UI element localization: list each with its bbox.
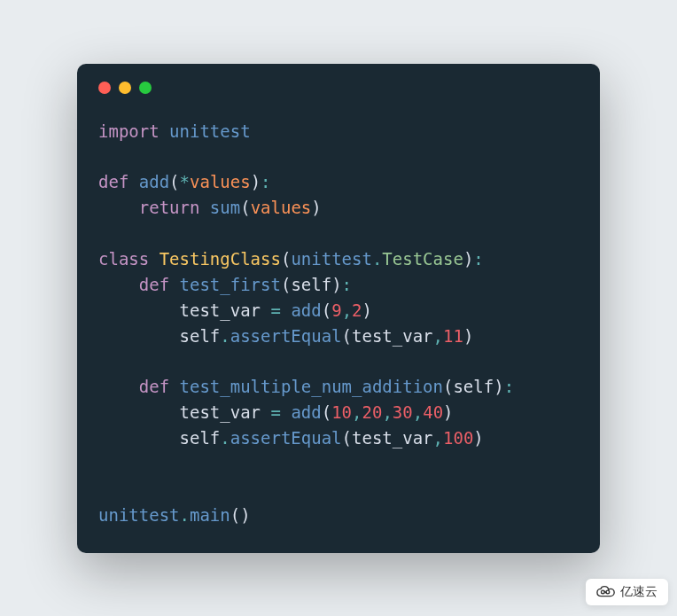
keyword-def: def bbox=[139, 275, 169, 294]
number-literal: 10 bbox=[331, 402, 352, 422]
dot-operator: . bbox=[372, 249, 382, 269]
cloud-icon bbox=[596, 585, 616, 599]
comma: , bbox=[433, 326, 443, 346]
paren: ( bbox=[281, 249, 291, 269]
svg-point-1 bbox=[606, 590, 610, 594]
class-name: TestingClass bbox=[160, 249, 281, 269]
self-param: self bbox=[291, 275, 331, 294]
code-window: import unittest def add(*values): return… bbox=[77, 64, 600, 553]
variable: test_var bbox=[180, 300, 261, 320]
comma: , bbox=[382, 402, 392, 422]
colon: : bbox=[261, 172, 270, 191]
comma: , bbox=[342, 300, 352, 320]
module-ref: unittest bbox=[291, 249, 372, 269]
paren: ) bbox=[362, 300, 372, 320]
variable: test_var bbox=[352, 326, 433, 346]
paren: ) bbox=[463, 326, 473, 346]
colon: : bbox=[342, 275, 352, 294]
number-literal: 100 bbox=[443, 428, 473, 448]
function-call: add bbox=[291, 300, 321, 320]
function-call: add bbox=[291, 402, 321, 422]
star-operator: * bbox=[180, 172, 190, 191]
close-icon[interactable] bbox=[98, 82, 111, 94]
paren: ) bbox=[473, 428, 483, 448]
method-name: test_first bbox=[180, 275, 281, 294]
colon: : bbox=[504, 377, 514, 396]
paren: ( bbox=[230, 505, 240, 525]
paren: ) bbox=[251, 172, 261, 191]
maximize-icon[interactable] bbox=[139, 82, 152, 94]
variable: test_var bbox=[180, 402, 261, 422]
svg-point-0 bbox=[602, 590, 605, 594]
paren: ( bbox=[322, 300, 331, 320]
watermark-text: 亿速云 bbox=[620, 584, 658, 600]
paren: ) bbox=[494, 377, 503, 396]
paren: ( bbox=[240, 198, 250, 217]
keyword-return: return bbox=[139, 198, 200, 217]
keyword-def: def bbox=[98, 172, 128, 191]
paren: ) bbox=[240, 505, 250, 525]
colon: : bbox=[473, 249, 483, 269]
method-name: test_multiple_num_addition bbox=[180, 377, 443, 396]
minimize-icon[interactable] bbox=[119, 82, 131, 94]
dot-operator: . bbox=[220, 326, 230, 346]
number-literal: 30 bbox=[393, 402, 413, 422]
comma: , bbox=[433, 428, 443, 448]
method-call: assertEqual bbox=[230, 428, 342, 448]
variable: test_var bbox=[352, 428, 433, 448]
keyword-def: def bbox=[139, 377, 169, 396]
paren: ) bbox=[463, 249, 473, 269]
paren: ) bbox=[311, 198, 321, 217]
self-ref: self bbox=[180, 428, 221, 448]
paren: ) bbox=[443, 402, 453, 422]
method-call: main bbox=[190, 505, 230, 525]
paren: ( bbox=[443, 377, 453, 396]
dot-operator: . bbox=[180, 505, 190, 525]
paren: ( bbox=[342, 326, 352, 346]
assign-operator: = bbox=[270, 300, 280, 320]
paren: ( bbox=[281, 275, 291, 294]
number-literal: 9 bbox=[331, 300, 341, 320]
code-block: import unittest def add(*values): return… bbox=[98, 119, 579, 528]
comma: , bbox=[413, 402, 423, 422]
watermark-badge: 亿速云 bbox=[586, 579, 668, 605]
number-literal: 20 bbox=[362, 402, 383, 422]
paren: ) bbox=[331, 275, 341, 294]
method-call: assertEqual bbox=[230, 326, 342, 346]
parameter: values bbox=[251, 198, 312, 217]
dot-operator: . bbox=[220, 428, 230, 448]
assign-operator: = bbox=[270, 402, 280, 422]
class-ref: TestCase bbox=[382, 249, 463, 269]
number-literal: 11 bbox=[443, 326, 463, 346]
comma: , bbox=[352, 402, 362, 422]
parameter: values bbox=[190, 172, 251, 191]
paren: ( bbox=[322, 402, 331, 422]
keyword-class: class bbox=[98, 249, 149, 269]
module-name: unittest bbox=[169, 121, 251, 141]
window-titlebar bbox=[98, 82, 579, 94]
self-param: self bbox=[453, 377, 494, 396]
function-name: add bbox=[139, 172, 169, 191]
paren: ( bbox=[169, 172, 179, 191]
function-call: sum bbox=[210, 198, 240, 217]
self-ref: self bbox=[180, 326, 221, 346]
number-literal: 40 bbox=[423, 402, 443, 422]
paren: ( bbox=[342, 428, 352, 448]
number-literal: 2 bbox=[352, 300, 362, 320]
module-ref: unittest bbox=[98, 505, 180, 525]
keyword-import: import bbox=[98, 121, 160, 141]
